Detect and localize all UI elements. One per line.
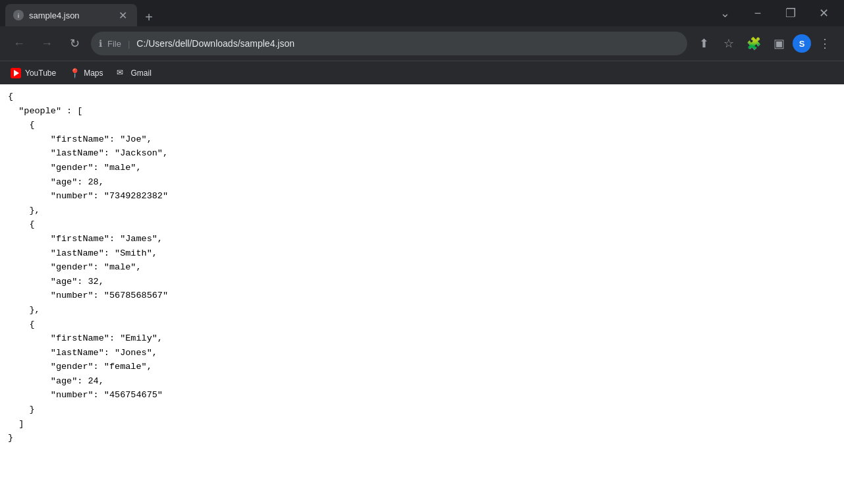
json-content: { "people" : [ { "firstName": "Joe", "la… <box>8 90 844 445</box>
address-bar[interactable]: ℹ File | C:/Users/dell/Downloads/sample4… <box>91 32 687 55</box>
info-icon: ℹ <box>99 38 102 49</box>
title-bar: i sample4.json ✕ + ⌄ − ❐ ✕ <box>0 0 844 26</box>
tab-strip: i sample4.json ✕ + <box>5 0 710 26</box>
file-label: File <box>107 39 121 49</box>
tab-favicon: i <box>13 10 24 20</box>
bookmark-youtube[interactable]: YouTube <box>5 65 61 81</box>
share-button[interactable]: ⬆ <box>692 32 715 55</box>
svg-text:i: i <box>18 13 19 19</box>
maps-label: Maps <box>84 69 103 78</box>
maps-icon: 📍 <box>69 68 80 78</box>
extensions-button[interactable]: 🧩 <box>743 32 765 55</box>
maximize-button[interactable]: ❐ <box>775 3 806 24</box>
active-tab[interactable]: i sample4.json ✕ <box>5 4 137 26</box>
address-separator: | <box>128 39 130 49</box>
bookmarks-bar: YouTube 📍 Maps ✉ Gmail <box>0 61 844 84</box>
back-button[interactable]: ← <box>8 32 30 55</box>
profile-button[interactable]: S <box>793 34 811 53</box>
sidebar-icon: ▣ <box>774 36 785 51</box>
bookmark-maps[interactable]: 📍 Maps <box>64 65 108 81</box>
nav-bar: ← → ↻ ℹ File | C:/Users/dell/Downloads/s… <box>0 26 844 61</box>
forward-button[interactable]: → <box>36 32 58 55</box>
gmail-label: Gmail <box>131 69 152 78</box>
youtube-icon <box>11 68 21 78</box>
close-button[interactable]: ✕ <box>808 3 839 24</box>
reload-button[interactable]: ↻ <box>63 32 86 55</box>
new-tab-button[interactable]: + <box>140 8 158 26</box>
tab-title: sample4.json <box>29 11 111 20</box>
bookmark-button[interactable]: ☆ <box>717 32 740 55</box>
minimize-button[interactable]: − <box>743 3 773 24</box>
gmail-icon: ✉ <box>117 68 127 78</box>
nav-actions: ⬆ ☆ 🧩 ▣ S ⋮ <box>692 32 836 55</box>
bookmark-gmail[interactable]: ✉ Gmail <box>111 65 157 81</box>
dropdown-button[interactable]: ⌄ <box>710 3 740 24</box>
window-controls: ⌄ − ❐ ✕ <box>710 3 839 24</box>
extensions-icon: 🧩 <box>746 36 761 51</box>
more-button[interactable]: ⋮ <box>814 32 836 55</box>
content-area: { "people" : [ { "firstName": "Joe", "la… <box>0 84 844 504</box>
sidebar-button[interactable]: ▣ <box>768 32 790 55</box>
tab-close-button[interactable]: ✕ <box>116 9 129 22</box>
address-text: C:/Users/dell/Downloads/sample4.json <box>136 38 679 49</box>
youtube-label: YouTube <box>25 69 56 78</box>
